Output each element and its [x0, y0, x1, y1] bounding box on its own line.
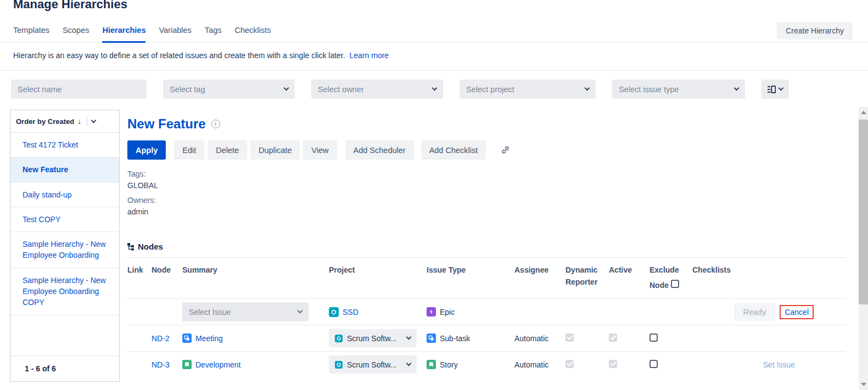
node-key-link[interactable]: ND-2 — [152, 334, 170, 343]
table-row-new-node: Select Issue SSD Epic — [127, 298, 845, 325]
name-filter-placeholder: Select name — [18, 85, 62, 94]
chevron-down-icon — [406, 335, 412, 340]
chevron-down-icon — [585, 86, 590, 91]
sidebar-item-sample-hierarchy[interactable]: Sample Hierarchy - New Employee Onboardi… — [10, 232, 119, 268]
copy-link-button[interactable] — [496, 141, 514, 160]
project-filter-select[interactable]: Select project — [460, 80, 596, 99]
exclude-all-checkbox[interactable] — [671, 280, 679, 288]
chevron-down-icon — [432, 86, 438, 91]
subtask-issue-type-icon — [427, 334, 436, 343]
project-avatar-icon — [329, 307, 339, 317]
scroll-down-arrow-icon[interactable] — [861, 383, 866, 386]
tab-checklists[interactable]: Checklists — [234, 26, 271, 42]
scroll-up-arrow-icon[interactable] — [861, 111, 866, 114]
sidebar-spacer — [10, 315, 119, 355]
node-summary-link[interactable]: Development — [195, 360, 241, 369]
delete-button[interactable]: Delete — [208, 140, 247, 160]
col-issue-type: Issue Type — [427, 264, 514, 276]
project-avatar-icon — [335, 361, 343, 369]
duplicate-button[interactable]: Duplicate — [250, 140, 300, 160]
chevron-down-icon — [91, 117, 97, 123]
project-select-dropdown[interactable]: Scrum Softw... — [329, 355, 417, 374]
sidebar-item-new-feature[interactable]: New Feature — [10, 157, 119, 182]
col-summary: Summary — [182, 264, 329, 276]
assignee-value: Automatic — [514, 334, 565, 343]
tab-templates[interactable]: Templates — [13, 26, 49, 42]
add-scheduler-button[interactable]: Add Scheduler — [345, 140, 414, 160]
dynamic-reporter-checkbox — [565, 334, 574, 342]
ready-button[interactable]: Ready — [734, 303, 775, 321]
learn-more-link[interactable]: Learn more — [350, 51, 389, 60]
project-avatar-icon — [335, 335, 343, 342]
issue-type-value: Story — [440, 360, 458, 369]
tab-scopes[interactable]: Scopes — [63, 26, 89, 42]
owners-label: Owners: — [127, 195, 845, 206]
issue-type-filter-select[interactable]: Select issue type — [612, 80, 745, 99]
node-summary-link[interactable]: Meeting — [195, 334, 223, 343]
hierarchy-list-sidebar: Order by Created ↓ Test 4172 Ticket New … — [10, 110, 120, 382]
issue-type-filter-label: Select issue type — [619, 85, 679, 94]
col-exclude-node: Exclude Node — [649, 264, 692, 291]
filter-bar: Select name Select tag Select owner Sele… — [0, 71, 868, 105]
col-active: Active — [609, 264, 649, 276]
subtask-issue-type-icon — [182, 334, 192, 343]
active-checkbox — [609, 334, 617, 342]
col-checklists: Checklists — [692, 264, 845, 276]
tags-label: Tags: — [127, 168, 845, 180]
story-issue-type-icon — [182, 360, 192, 369]
sidebar-item-test-4172-ticket[interactable]: Test 4172 Ticket — [10, 133, 119, 157]
hierarchy-detail-panel: New Feature i Apply Edit Delete Duplicat… — [120, 110, 845, 382]
active-checkbox — [609, 360, 617, 368]
sidebar-item-test-copy[interactable]: Test COPY — [10, 207, 119, 232]
table-row-nd-3: ND-3 Development Scrum Softw... — [127, 351, 845, 377]
table-row-nd-2: ND-2 Meeting Scrum Softw... — [127, 325, 845, 351]
assignee-value: Automatic — [514, 360, 565, 369]
tag-filter-select[interactable]: Select tag — [163, 80, 295, 99]
sort-descending-icon: ↓ — [77, 117, 81, 126]
cancel-highlight-box: Cancel — [780, 305, 814, 319]
tab-variables[interactable]: Variables — [159, 26, 191, 42]
tab-hierarchies[interactable]: Hierarchies — [102, 26, 145, 43]
page-title: Manage Hierarchies — [13, 0, 868, 12]
cancel-link[interactable]: Cancel — [785, 308, 809, 316]
project-filter-label: Select project — [466, 85, 514, 94]
col-node: Node — [152, 264, 182, 276]
owner-filter-select[interactable]: Select owner — [311, 80, 443, 99]
create-hierarchy-button[interactable]: Create Hierarchy — [777, 22, 853, 39]
apply-button[interactable]: Apply — [127, 140, 166, 160]
dynamic-reporter-checkbox — [565, 360, 574, 368]
set-issue-link[interactable]: Set Issue — [763, 360, 795, 369]
add-checklist-button[interactable]: Add Checklist — [421, 140, 486, 160]
edit-button[interactable]: Edit — [174, 140, 204, 160]
chevron-down-icon — [284, 86, 289, 91]
vertical-scrollbar[interactable] — [859, 107, 868, 390]
node-key-link[interactable]: ND-3 — [152, 360, 170, 369]
divider — [87, 117, 87, 126]
sidebar-item-sample-hierarchy-copy[interactable]: Sample Hierarchy - New Employee Onboardi… — [10, 268, 119, 315]
view-button[interactable]: View — [303, 140, 337, 160]
epic-issue-type-icon — [427, 307, 436, 316]
exclude-node-checkbox[interactable] — [649, 334, 658, 342]
name-filter-input[interactable]: Select name — [11, 80, 147, 99]
select-issue-dropdown[interactable]: Select Issue — [182, 302, 309, 321]
exclude-node-checkbox[interactable] — [649, 360, 658, 368]
info-icon[interactable]: i — [211, 120, 220, 128]
link-icon — [501, 145, 510, 155]
action-bar: Apply Edit Delete Duplicate View Add Sch… — [127, 140, 845, 160]
chevron-down-icon — [779, 86, 784, 91]
project-select-value: Scrum Softw... — [347, 334, 396, 343]
project-link[interactable]: SSD — [343, 308, 359, 316]
owner-filter-label: Select owner — [318, 85, 364, 94]
order-by-control[interactable]: Order by Created ↓ — [10, 110, 119, 133]
issue-type-value: Sub-task — [440, 334, 470, 343]
scrollbar-thumb[interactable] — [859, 120, 868, 304]
nodes-table-header: Link Node Summary Project Issue Type Ass… — [127, 258, 845, 298]
intro-text: Hierarchy is an easy way to define a set… — [0, 43, 868, 71]
nodes-table: Link Node Summary Project Issue Type Ass… — [127, 258, 845, 377]
tag-filter-label: Select tag — [170, 85, 205, 94]
sidebar-item-daily-stand-up[interactable]: Daily stand-up — [10, 183, 119, 207]
view-options-button[interactable] — [761, 80, 789, 99]
intro-description: Hierarchy is an easy way to define a set… — [13, 51, 345, 60]
project-select-dropdown[interactable]: Scrum Softw... — [329, 329, 417, 347]
tab-tags[interactable]: Tags — [205, 26, 222, 42]
